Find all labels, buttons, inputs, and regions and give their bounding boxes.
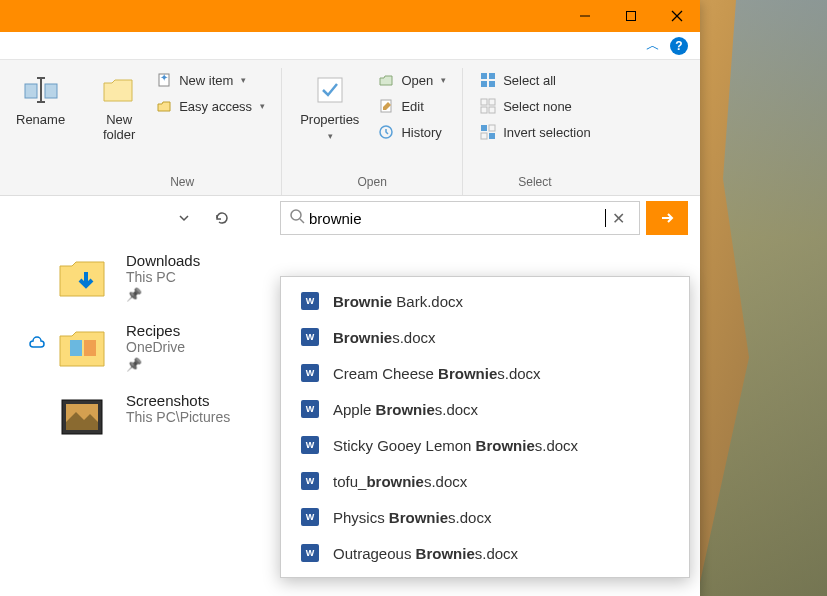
item-location: This PC\Pictures [126, 409, 230, 425]
minimize-button[interactable] [562, 0, 608, 32]
search-box[interactable]: ✕ [280, 201, 640, 235]
refresh-button[interactable] [206, 202, 238, 234]
word-doc-icon [301, 508, 319, 526]
collapse-ribbon-icon[interactable]: ︿ [646, 37, 660, 55]
select-all-icon [479, 71, 497, 89]
history-button[interactable]: History [371, 120, 452, 144]
ribbon-collapse-bar: ︿ ? [0, 32, 700, 60]
item-name: Recipes [126, 322, 185, 339]
word-doc-icon [301, 292, 319, 310]
svg-rect-19 [489, 99, 495, 105]
suggestion-item[interactable]: Brownies.docx [281, 319, 689, 355]
svg-rect-25 [489, 133, 495, 139]
new-folder-label: New folder [103, 112, 136, 142]
search-input[interactable] [305, 210, 604, 227]
svg-rect-28 [70, 340, 82, 356]
pin-icon: 📌 [126, 357, 185, 372]
group-new-label: New [170, 171, 194, 195]
chevron-down-icon: ▾ [441, 75, 446, 85]
properties-label: Properties [300, 112, 359, 127]
suggestion-item[interactable]: Apple Brownies.docx [281, 391, 689, 427]
svg-rect-29 [84, 340, 96, 356]
folder-icon [56, 252, 108, 300]
svg-rect-21 [489, 107, 495, 113]
svg-rect-24 [481, 133, 487, 139]
pin-icon: 📌 [126, 287, 200, 302]
svg-rect-23 [489, 125, 495, 131]
word-doc-icon [301, 436, 319, 454]
suggestion-text: Physics Brownies.docx [333, 509, 491, 526]
word-doc-icon [301, 400, 319, 418]
word-doc-icon [301, 472, 319, 490]
maximize-button[interactable] [608, 0, 654, 32]
svg-rect-11 [318, 78, 342, 102]
properties-icon [312, 72, 348, 108]
svg-rect-17 [489, 81, 495, 87]
suggestion-item[interactable]: tofu_brownies.docx [281, 463, 689, 499]
close-button[interactable] [654, 0, 700, 32]
suggestion-item[interactable]: Sticky Gooey Lemon Brownies.docx [281, 427, 689, 463]
svg-rect-20 [481, 107, 487, 113]
svg-rect-18 [481, 99, 487, 105]
rename-icon [23, 72, 59, 108]
word-doc-icon [301, 328, 319, 346]
address-search-row: ✕ [0, 196, 700, 240]
easy-access-button[interactable]: Easy access▾ [149, 94, 271, 118]
new-item-icon: ✦ [155, 71, 173, 89]
chevron-down-icon: ▾ [260, 101, 265, 111]
group-open-label: Open [357, 171, 386, 195]
word-doc-icon [301, 364, 319, 382]
select-none-icon [479, 97, 497, 115]
svg-rect-16 [481, 81, 487, 87]
suggestion-item[interactable]: Outrageous Brownies.docx [281, 535, 689, 571]
svg-rect-5 [45, 84, 57, 98]
suggestion-item[interactable]: Physics Brownies.docx [281, 499, 689, 535]
address-dropdown-icon[interactable] [168, 202, 200, 234]
svg-point-26 [291, 210, 301, 220]
suggestion-text: Brownie Bark.docx [333, 293, 463, 310]
svg-rect-14 [481, 73, 487, 79]
svg-rect-22 [481, 125, 487, 131]
item-location: OneDrive [126, 339, 185, 355]
item-location: This PC [126, 269, 200, 285]
properties-button[interactable]: Properties ▾ [292, 68, 367, 145]
new-folder-icon [101, 72, 137, 108]
svg-line-27 [300, 219, 304, 223]
folder-icon [56, 322, 108, 370]
select-none-button[interactable]: Select none [473, 94, 596, 118]
open-icon [377, 71, 395, 89]
chevron-down-icon: ▾ [241, 75, 246, 85]
select-all-button[interactable]: Select all [473, 68, 596, 92]
item-name: Screenshots [126, 392, 230, 409]
clear-search-button[interactable]: ✕ [606, 209, 631, 228]
ribbon: Rename New folder ✦ New item▾ [0, 60, 700, 196]
search-go-button[interactable] [646, 201, 688, 235]
svg-rect-15 [489, 73, 495, 79]
search-icon [289, 208, 305, 228]
edit-button[interactable]: Edit [371, 94, 452, 118]
svg-text:✦: ✦ [160, 72, 168, 83]
new-item-button[interactable]: ✦ New item▾ [149, 68, 271, 92]
suggestion-text: Apple Brownies.docx [333, 401, 478, 418]
invert-selection-button[interactable]: Invert selection [473, 120, 596, 144]
search-suggestions: Brownie Bark.docxBrownies.docxCream Chee… [280, 276, 690, 578]
history-icon [377, 123, 395, 141]
svg-rect-4 [25, 84, 37, 98]
rename-button[interactable]: Rename [8, 68, 73, 131]
suggestion-item[interactable]: Brownie Bark.docx [281, 283, 689, 319]
help-icon[interactable]: ? [670, 37, 688, 55]
suggestion-text: Outrageous Brownies.docx [333, 545, 518, 562]
chevron-down-icon: ▾ [328, 131, 333, 141]
rename-label: Rename [16, 112, 65, 127]
item-name: Downloads [126, 252, 200, 269]
suggestion-text: Cream Cheese Brownies.docx [333, 365, 541, 382]
suggestion-item[interactable]: Cream Cheese Brownies.docx [281, 355, 689, 391]
titlebar [0, 0, 700, 32]
cloud-icon [28, 336, 46, 354]
new-folder-button[interactable]: New folder [93, 68, 145, 146]
invert-selection-icon [479, 123, 497, 141]
open-button[interactable]: Open▾ [371, 68, 452, 92]
word-doc-icon [301, 544, 319, 562]
group-select-label: Select [518, 171, 551, 195]
easy-access-icon [155, 97, 173, 115]
